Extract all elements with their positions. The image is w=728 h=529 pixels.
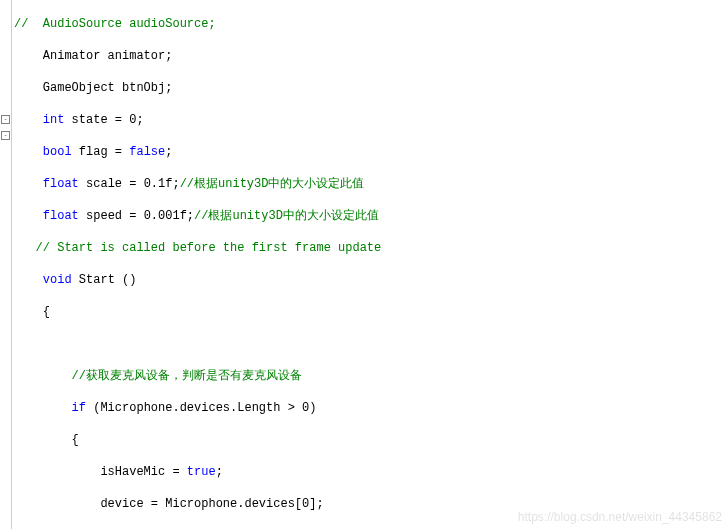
fold-gutter: - - (0, 0, 12, 529)
watermark-text: https://blog.csdn.net/weixin_44345862 (518, 509, 722, 525)
code-text: device = Microphone.devices[0]; (14, 497, 324, 511)
fold-box[interactable]: - (1, 115, 10, 124)
code-text: flag = (72, 145, 130, 159)
code-text: state = 0; (64, 113, 143, 127)
comment: //根据unity3D中的大小设定此值 (194, 209, 379, 223)
code-text: speed = 0.001f; (79, 209, 194, 223)
comment: // Start is called before the first fram… (14, 241, 381, 255)
code-text: Animator animator; (14, 49, 172, 63)
code-text: (Microphone.devices.Length > 0) (86, 401, 316, 415)
comment: //获取麦克风设备，判断是否有麦克风设备 (14, 369, 302, 383)
code-text: ; (165, 145, 172, 159)
code-text: { (14, 433, 79, 447)
keyword: void (43, 273, 72, 287)
code-text: GameObject btnObj; (14, 81, 172, 95)
code-text: ; (216, 465, 223, 479)
keyword: int (43, 113, 65, 127)
code-text: // AudioSource audioSource; (14, 17, 216, 31)
keyword: false (129, 145, 165, 159)
fold-box[interactable]: - (1, 131, 10, 140)
code-editor-area[interactable]: // AudioSource audioSource; Animator ani… (12, 0, 728, 529)
code-text: isHaveMic = (14, 465, 187, 479)
keyword: float (43, 209, 79, 223)
code-text: scale = 0.1f; (79, 177, 180, 191)
keyword: true (187, 465, 216, 479)
keyword: bool (43, 145, 72, 159)
code-text: Start () (72, 273, 137, 287)
keyword: if (72, 401, 86, 415)
keyword: float (43, 177, 79, 191)
code-text: { (14, 305, 50, 319)
comment: //根据unity3D中的大小设定此值 (180, 177, 365, 191)
